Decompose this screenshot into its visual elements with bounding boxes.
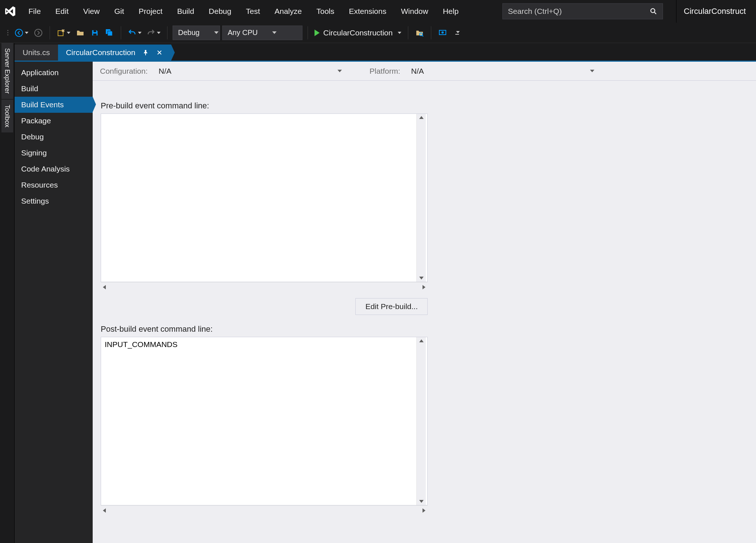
scroll-up-icon	[419, 116, 424, 119]
chevron-down-icon	[214, 31, 219, 34]
build-events-page: Configuration: N/A Platform: N/A Pre-bui…	[93, 62, 756, 543]
side-tab-server-explorer[interactable]: Server Explorer	[1, 43, 13, 99]
open-file-button[interactable]	[74, 26, 86, 40]
chevron-down-icon	[398, 32, 401, 34]
scrollbar-horizontal[interactable]	[101, 282, 428, 292]
menu-extensions[interactable]: Extensions	[342, 0, 394, 23]
platform-label: Platform:	[370, 67, 400, 76]
propnav-code-analysis[interactable]: Code Analysis	[15, 161, 93, 177]
post-build-textarea-wrap	[101, 337, 428, 505]
menu-test[interactable]: Test	[239, 0, 267, 23]
doc-tab-label: Units.cs	[23, 48, 50, 57]
scroll-left-icon	[103, 508, 106, 513]
menu-bar: FileEditViewGitProjectBuildDebugTestAnal…	[0, 0, 756, 23]
propnav-settings[interactable]: Settings	[15, 193, 93, 209]
search-input[interactable]	[508, 7, 649, 16]
menu-file[interactable]: File	[21, 0, 48, 23]
undo-button[interactable]	[126, 26, 143, 40]
new-item-button[interactable]	[55, 26, 72, 40]
propnav-debug[interactable]: Debug	[15, 129, 93, 145]
chevron-down-icon	[456, 31, 460, 33]
chevron-down-icon	[67, 32, 70, 34]
svg-rect-5	[93, 30, 96, 32]
chevron-down-icon	[157, 32, 161, 34]
scroll-left-icon	[103, 285, 106, 289]
post-build-textarea[interactable]	[101, 337, 416, 505]
platform-combo[interactable]: N/A	[406, 64, 599, 78]
menu-project[interactable]: Project	[131, 0, 170, 23]
play-icon	[315, 30, 320, 36]
vs-logo-icon	[0, 0, 20, 23]
configuration-label: Configuration:	[100, 67, 148, 76]
document-tabs: Units.csCircularConstruction	[15, 43, 756, 61]
menu-tools[interactable]: Tools	[309, 0, 342, 23]
svg-rect-6	[93, 33, 96, 35]
svg-line-8	[422, 35, 423, 36]
scrollbar-vertical[interactable]	[416, 337, 426, 505]
scrollbar-vertical[interactable]	[416, 114, 426, 282]
propnav-build-events[interactable]: Build Events	[15, 97, 93, 113]
project-properties-nav: ApplicationBuildBuild EventsPackageDebug…	[15, 62, 93, 543]
start-debug-button[interactable]: CircularConstruction	[313, 26, 403, 40]
menu-debug[interactable]: Debug	[201, 0, 239, 23]
config-platform-bar: Configuration: N/A Platform: N/A	[93, 62, 756, 81]
save-button[interactable]	[89, 26, 101, 40]
doc-tab-label: CircularConstruction	[66, 48, 135, 57]
pre-build-label: Pre-build event command line:	[101, 101, 429, 111]
menu-edit[interactable]: Edit	[48, 0, 76, 23]
doc-tab-circularconstruction[interactable]: CircularConstruction	[58, 45, 171, 61]
scroll-up-icon	[419, 339, 424, 342]
standard-toolbar: Debug Any CPU CircularConstruction	[0, 23, 756, 43]
nav-forward-button[interactable]	[32, 26, 45, 40]
scrollbar-horizontal[interactable]	[101, 505, 428, 515]
chevron-down-icon	[338, 70, 342, 72]
menu-view[interactable]: View	[76, 0, 107, 23]
scroll-down-icon	[419, 277, 424, 280]
post-build-label: Post-build event command line:	[101, 324, 429, 334]
left-tool-well: Server ExplorerToolbox	[0, 43, 15, 543]
chevron-down-icon	[590, 70, 594, 72]
propnav-build[interactable]: Build	[15, 81, 93, 97]
menu-build[interactable]: Build	[170, 0, 201, 23]
configuration-combo[interactable]: N/A	[154, 64, 347, 78]
find-in-files-button[interactable]	[413, 26, 426, 40]
chevron-down-icon	[272, 31, 277, 34]
svg-line-1	[655, 12, 656, 14]
solution-config-combo[interactable]: Debug	[173, 26, 220, 40]
scroll-right-icon	[423, 285, 425, 289]
close-icon[interactable]	[156, 49, 163, 56]
svg-point-3	[35, 29, 42, 36]
solution-platform-combo[interactable]: Any CPU	[222, 26, 302, 40]
scroll-down-icon	[419, 500, 424, 503]
pin-icon[interactable]	[142, 49, 149, 56]
propnav-resources[interactable]: Resources	[15, 177, 93, 193]
redo-button[interactable]	[145, 26, 162, 40]
doc-tab-units-cs[interactable]: Units.cs	[15, 45, 58, 61]
pre-build-textarea[interactable]	[101, 114, 416, 282]
edit-pre-build-button[interactable]: Edit Pre-build...	[355, 298, 428, 315]
chevron-down-icon	[138, 32, 142, 34]
chevron-down-icon	[25, 32, 28, 34]
propnav-package[interactable]: Package	[15, 113, 93, 129]
menu-git[interactable]: Git	[107, 0, 131, 23]
menu-window[interactable]: Window	[394, 0, 436, 23]
svg-point-2	[15, 29, 23, 36]
menu-analyze[interactable]: Analyze	[267, 0, 309, 23]
toolbar-overflow-button[interactable]	[451, 26, 463, 40]
svg-point-0	[651, 9, 655, 13]
toolbar-grip-icon	[7, 26, 11, 40]
propnav-application[interactable]: Application	[15, 65, 93, 81]
svg-point-10	[441, 31, 444, 34]
save-all-button[interactable]	[103, 26, 116, 40]
pre-build-textarea-wrap	[101, 113, 428, 282]
side-tab-toolbox[interactable]: Toolbox	[1, 100, 13, 132]
global-search[interactable]	[502, 3, 663, 19]
propnav-signing[interactable]: Signing	[15, 145, 93, 161]
search-icon	[649, 7, 657, 15]
scroll-right-icon	[423, 508, 425, 513]
live-share-button[interactable]	[436, 26, 449, 40]
nav-back-button[interactable]	[13, 26, 30, 40]
menu-help[interactable]: Help	[436, 0, 466, 23]
solution-name: CircularConstruct	[676, 0, 753, 23]
